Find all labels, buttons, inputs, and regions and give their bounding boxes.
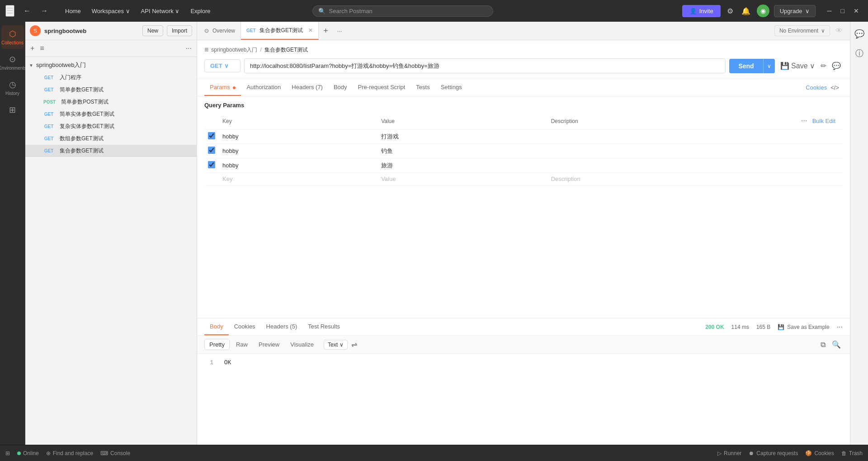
explore-link[interactable]: Explore (186, 6, 215, 16)
history-label: History (5, 91, 19, 96)
list-item[interactable]: GET 集合参数GET测试 (25, 145, 197, 157)
tab-body[interactable]: Body (328, 79, 353, 96)
tab-authorization[interactable]: Authorization (241, 79, 286, 96)
list-item[interactable]: POST 简单参数POST测试 (25, 96, 197, 108)
send-dropdown-button[interactable]: ∨ (763, 59, 775, 73)
close-button[interactable]: ✕ (850, 5, 863, 16)
request-action-icons: 💾 Save ∨ ✏ 💬 (778, 60, 843, 72)
panel-header: S springbootweb New Import (25, 22, 197, 40)
maximize-button[interactable]: □ (837, 5, 848, 16)
import-button[interactable]: Import (167, 25, 192, 36)
comment-icon[interactable]: 💬 (830, 60, 843, 72)
tab-close-icon[interactable]: ✕ (308, 27, 313, 33)
environment-selector[interactable]: No Environment ∨ (774, 25, 830, 36)
method-badge: GET (42, 136, 56, 142)
save-button[interactable]: 💾 Save ∨ (778, 60, 817, 72)
format-pretty-button[interactable]: Pretty (204, 339, 230, 350)
tab-params[interactable]: Params (204, 79, 241, 96)
method-selector[interactable]: GET ∨ (204, 59, 241, 72)
send-group: Send ∨ (729, 59, 774, 73)
wrap-button[interactable]: ⇌ (349, 338, 359, 351)
tab-active-request[interactable]: GET 集合参数GET测试 ✕ (241, 22, 319, 40)
params-more-button[interactable]: ··· (801, 117, 807, 125)
tab-authorization-label: Authorization (246, 84, 281, 90)
profile-icon[interactable]: ◉ (757, 5, 769, 17)
param-key-1: hobby (219, 129, 377, 144)
filter-button[interactable]: ≡ (38, 43, 45, 54)
status-layout-button[interactable]: ⊞ (5, 450, 10, 456)
tab-settings[interactable]: Settings (435, 79, 467, 96)
list-item[interactable]: GET 入门程序 (25, 71, 197, 84)
menu-icon[interactable]: ☰ (5, 5, 14, 17)
cookies-link[interactable]: Cookies (806, 80, 827, 95)
tab-pre-request[interactable]: Pre-request Script (353, 79, 411, 96)
notification-icon[interactable]: 🔔 (740, 5, 752, 17)
collections-panel: S springbootweb New Import + ≡ ··· ▼ spr… (25, 22, 197, 445)
upgrade-button[interactable]: Upgrade ∨ (774, 5, 816, 17)
right-sidebar-info[interactable]: ⓘ (852, 44, 867, 62)
send-button[interactable]: Send (729, 59, 763, 73)
tab-more-button[interactable]: ··· (333, 22, 347, 40)
workspaces-link[interactable]: Workspaces ∨ (87, 6, 135, 16)
save-example-button[interactable]: 💾 Save as Example (778, 324, 829, 330)
edit-icon[interactable]: ✏ (819, 60, 828, 72)
add-collection-button[interactable]: + (29, 43, 36, 54)
bulk-edit-button[interactable]: Bulk Edit (809, 116, 839, 126)
console-button[interactable]: ⌨ Console (100, 450, 130, 456)
minimize-button[interactable]: ─ (824, 5, 835, 16)
tab-params-label: Params (210, 84, 230, 90)
collection-folder-header[interactable]: ▼ springbootweb入门 (25, 59, 197, 71)
tab-tests[interactable]: Tests (410, 79, 435, 96)
forward-button[interactable]: → (37, 5, 52, 17)
env-settings-icon[interactable]: 👁 (834, 25, 844, 37)
type-selector[interactable]: Text ∨ (324, 340, 348, 350)
cookies-status-button[interactable]: 🍪 Cookies (805, 450, 834, 456)
sidebar-item-history[interactable]: ◷ History (1, 76, 24, 100)
settings-icon[interactable]: ⚙ (725, 5, 735, 17)
url-input[interactable] (244, 58, 726, 73)
format-visualize-button[interactable]: Visualize (286, 339, 318, 350)
trash-button[interactable]: 🗑 Trash (841, 450, 863, 456)
param-checkbox-3[interactable] (208, 161, 215, 168)
format-preview-button[interactable]: Preview (254, 339, 284, 350)
list-item[interactable]: GET 简单参数GET测试 (25, 84, 197, 96)
tab-body-label: Body (334, 84, 347, 90)
capture-requests-button[interactable]: ⏺ Capture requests (749, 450, 798, 456)
right-sidebar-comments[interactable]: 💬 (851, 25, 868, 43)
invite-button[interactable]: 👤 Invite (682, 5, 721, 17)
search-box[interactable]: 🔍 Search Postman (312, 5, 493, 17)
resp-tab-body[interactable]: Body (204, 318, 229, 335)
param-checkbox-1[interactable] (208, 132, 215, 139)
api-network-link[interactable]: API Network ∨ (137, 6, 184, 16)
find-replace-button[interactable]: ⊕ Find and replace (46, 450, 93, 456)
list-item[interactable]: GET 复杂实体参数GET测试 (25, 120, 197, 133)
runner-button[interactable]: ▷ Runner (717, 450, 741, 456)
search-response-button[interactable]: 🔍 (830, 338, 843, 351)
sidebar-item-environments[interactable]: ⊙ Environments (1, 51, 24, 74)
breadcrumb: ≡ springbootweb入门 / 集合参数GET测试 (204, 46, 843, 54)
tab-name-label: 集合参数GET测试 (259, 27, 303, 34)
resp-tab-headers[interactable]: Headers (5) (261, 318, 303, 335)
response-more-button[interactable]: ··· (837, 323, 843, 331)
tab-add-button[interactable]: + (319, 22, 333, 40)
more-options-button[interactable]: ··· (184, 43, 193, 54)
tab-overview[interactable]: ⊙ Overview (199, 22, 241, 40)
format-raw-button[interactable]: Raw (231, 339, 252, 350)
code-snippet-button[interactable]: </> (827, 80, 843, 95)
copy-response-button[interactable]: ⧉ (819, 338, 827, 351)
list-item[interactable]: GET 简单实体参数GET测试 (25, 108, 197, 120)
new-button[interactable]: New (142, 25, 163, 36)
sidebar-item-other[interactable]: ⊞ (1, 101, 24, 119)
tabs-right: No Environment ∨ 👁 (774, 25, 850, 37)
resp-tab-cookies[interactable]: Cookies (229, 318, 261, 335)
list-item[interactable]: GET 数组参数GET测试 (25, 133, 197, 145)
home-link[interactable]: Home (61, 6, 85, 16)
online-status[interactable]: Online (17, 450, 39, 456)
param-checkbox-2[interactable] (208, 147, 215, 154)
tab-headers[interactable]: Headers (7) (286, 79, 328, 96)
avatar: S (30, 25, 41, 36)
more-icon: ··· (337, 28, 342, 34)
back-button[interactable]: ← (20, 5, 34, 17)
sidebar-item-collections[interactable]: ⬡ Collections (1, 25, 24, 49)
resp-tab-test-results[interactable]: Test Results (302, 318, 345, 335)
